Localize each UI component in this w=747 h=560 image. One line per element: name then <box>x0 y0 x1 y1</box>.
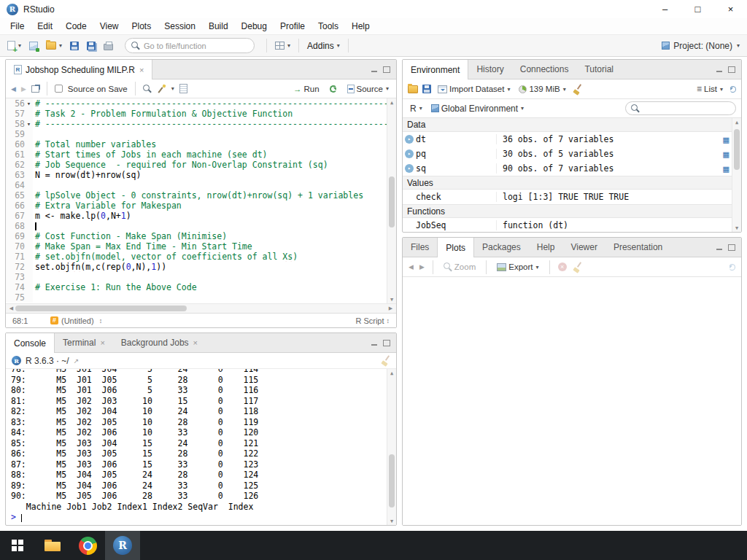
window-close-button[interactable]: × <box>714 0 747 18</box>
menu-view[interactable]: View <box>93 19 125 34</box>
project-selector[interactable]: Project: (None)▾ <box>662 41 742 51</box>
code-editor[interactable]: 56▾# -----------------------------------… <box>6 98 396 303</box>
taskbar-chrome[interactable] <box>70 531 105 560</box>
menu-debug[interactable]: Debug <box>235 19 274 34</box>
env-object-check[interactable]: checklogi [1:3] TRUE TRUE TRUE <box>403 190 732 204</box>
run-button[interactable]: →Run <box>291 83 322 95</box>
back-icon[interactable]: ◀ <box>11 85 16 93</box>
new-file-button[interactable]: ▾ <box>5 39 23 52</box>
source-on-save-checkbox[interactable] <box>55 85 63 93</box>
expand-icon[interactable]: ▸ <box>405 149 414 158</box>
console-vertical-scrollbar[interactable]: ▲ ▼ <box>387 369 396 525</box>
env-object-dt[interactable]: ▸dt36 obs. of 7 variables▦ <box>403 132 732 147</box>
taskbar-file-explorer[interactable] <box>35 531 70 560</box>
editor-line[interactable]: 72set.objfn(m,c(rep(0,N),1)) <box>6 262 387 272</box>
forward-icon[interactable]: ▶ <box>21 85 26 93</box>
scroll-left-icon[interactable]: ◀ <box>7 306 15 311</box>
menu-edit[interactable]: Edit <box>31 19 59 34</box>
scroll-down-icon[interactable]: ▼ <box>390 295 393 303</box>
addins-button[interactable]: Addins▾ <box>305 39 342 52</box>
scrollbar-thumb[interactable] <box>734 129 740 170</box>
scroll-right-icon[interactable]: ▶ <box>387 306 395 311</box>
minimize-pane-icon[interactable] <box>716 66 723 73</box>
tab-background-jobs[interactable]: Background Jobs× <box>113 333 206 352</box>
open-in-new-window-icon[interactable]: ↗ <box>74 357 80 365</box>
refresh-icon[interactable] <box>729 264 735 271</box>
editor-line[interactable]: 66# Extra Variable for Makespan <box>6 201 387 211</box>
window-minimize-button[interactable]: – <box>649 0 681 18</box>
editor-line[interactable]: 58▾# -----------------------------------… <box>6 119 387 129</box>
compile-report-icon[interactable] <box>179 84 187 93</box>
editor-line[interactable]: 73 <box>6 272 387 282</box>
maximize-pane-icon[interactable] <box>728 66 735 73</box>
editor-line[interactable]: 67m <- make.lp(0,N+1) <box>6 211 387 221</box>
scrollbar-thumb[interactable] <box>389 454 395 508</box>
memory-usage-button[interactable]: 139 MiB▾ <box>516 83 568 95</box>
rerun-icon[interactable] <box>330 85 337 93</box>
goto-file-input[interactable] <box>144 42 248 50</box>
clear-console-icon[interactable] <box>381 356 390 365</box>
minimize-pane-icon[interactable] <box>371 340 378 346</box>
print-button[interactable] <box>101 40 115 52</box>
scrollbar-thumb[interactable] <box>15 306 187 311</box>
scroll-down-icon[interactable]: ▼ <box>390 517 393 525</box>
tab-terminal[interactable]: Terminal× <box>55 333 113 352</box>
editor-line[interactable]: 59 <box>6 129 387 139</box>
menu-profile[interactable]: Profile <box>274 19 311 34</box>
editor-line[interactable]: 68 <box>6 221 387 231</box>
menu-session[interactable]: Session <box>158 19 202 34</box>
menu-tools[interactable]: Tools <box>311 19 345 34</box>
environment-vertical-scrollbar[interactable]: ▲ ▼ <box>732 118 741 232</box>
menu-plots[interactable]: Plots <box>125 19 158 34</box>
menu-code[interactable]: Code <box>59 19 93 34</box>
env-object-sq[interactable]: ▸sq90 obs. of 7 variables▦ <box>403 161 732 176</box>
section-selector[interactable]: # (Untitled) ↕ <box>50 316 102 325</box>
tab-console[interactable]: Console <box>6 333 55 353</box>
editor-line[interactable]: 63N = nrow(dt)+nrow(sq) <box>6 170 387 180</box>
find-replace-icon[interactable] <box>143 85 152 93</box>
source-button[interactable]: Source▾ <box>345 83 391 95</box>
list-view-button[interactable]: ≡List▾ <box>694 82 725 96</box>
tab-viewer[interactable]: Viewer <box>562 238 605 257</box>
editor-line[interactable]: 69# Cost Function - Make Span (Minimise) <box>6 231 387 241</box>
scroll-down-icon[interactable]: ▼ <box>735 224 738 232</box>
clear-plots-icon[interactable] <box>573 262 582 272</box>
editor-line[interactable]: 57# Task 2 - Problem Formulation & Objec… <box>6 109 387 119</box>
view-table-icon[interactable]: ▦ <box>720 163 732 174</box>
tab-help[interactable]: Help <box>529 238 563 257</box>
code-tools-icon[interactable] <box>157 85 166 93</box>
save-all-button[interactable] <box>85 40 98 52</box>
editor-line[interactable]: 61# Start times of Jobs in each machine … <box>6 149 387 160</box>
tab-packages[interactable]: Packages <box>474 238 529 257</box>
load-workspace-icon[interactable] <box>408 85 418 93</box>
tab-presentation[interactable]: Presentation <box>605 238 670 257</box>
editor-line[interactable]: 62# Job Sequence - required for Non-Over… <box>6 160 387 170</box>
maximize-pane-icon[interactable] <box>383 66 390 73</box>
console-output[interactable]: 78: M5 J01 J04 5 24 0 11479: M5 J01 J05 … <box>6 369 396 525</box>
scroll-up-icon[interactable]: ▲ <box>390 98 393 106</box>
menu-build[interactable]: Build <box>202 19 235 34</box>
env-object-pq[interactable]: ▸pq30 obs. of 5 variables▦ <box>403 147 732 161</box>
previous-plot-icon[interactable]: ◀ <box>409 263 414 271</box>
editor-line[interactable]: 60# Total number variables <box>6 139 387 149</box>
console-prompt[interactable]: > <box>11 512 387 523</box>
editor-line[interactable]: 56▾# -----------------------------------… <box>6 98 387 109</box>
env-object-JobSeq[interactable]: JobSeqfunction (dt) <box>403 218 732 232</box>
open-file-button[interactable]: ▾ <box>44 40 64 51</box>
scrollbar-thumb[interactable] <box>389 176 395 228</box>
tab-environment[interactable]: Environment <box>403 60 468 79</box>
fold-icon[interactable]: ▾ <box>25 119 33 129</box>
language-selector[interactable]: R▾ <box>408 102 425 115</box>
taskbar-rstudio[interactable]: R <box>105 531 140 560</box>
zoom-button[interactable]: Zoom <box>441 261 478 273</box>
editor-line[interactable]: 64 <box>6 180 387 190</box>
new-project-button[interactable] <box>27 40 40 52</box>
expand-icon[interactable]: ▸ <box>405 135 414 144</box>
close-tab-icon[interactable]: × <box>193 338 198 347</box>
close-tab-icon[interactable]: × <box>100 338 104 347</box>
editor-horizontal-scrollbar[interactable]: ◀ ▶ <box>6 303 396 313</box>
tab-history[interactable]: History <box>468 60 511 79</box>
refresh-icon[interactable] <box>729 86 736 93</box>
view-table-icon[interactable]: ▦ <box>720 149 732 160</box>
fold-icon[interactable]: ▾ <box>25 98 33 109</box>
